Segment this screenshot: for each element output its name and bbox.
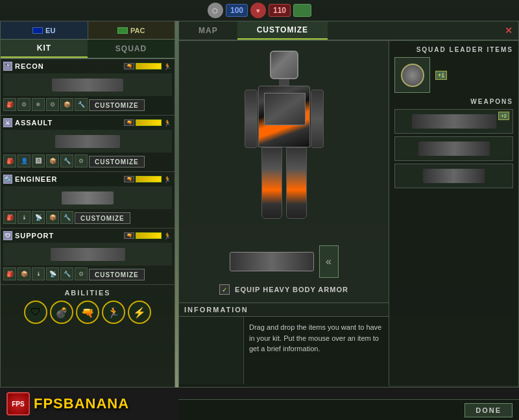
class-section-assault: ⚔ ASSAULT 🔫 🏃 🎒 👤 🅰 📦 🔧 ⚙ CUSTOMIZE (1, 116, 175, 172)
equip-label: EQUIP HEAVY BODY ARMOR (235, 286, 348, 293)
sci-2: 📦 (18, 267, 30, 280)
weapon-arrow-left[interactable]: « (319, 245, 339, 278)
aci-1: 🎒 (3, 154, 16, 167)
ci-3: ❄ (32, 98, 45, 111)
engineer-icons-row: 🎒 🌡 📡 📦 🔧 CUSTOMIZE (3, 211, 172, 224)
recon-icons-row: 🎒 ⚙ ❄ ⚙ 📦 🔧 CUSTOMIZE (3, 98, 172, 111)
support-ammo-icon: 🔫 (124, 232, 134, 239)
class-header-recon: 🔭 RECON 🔫 🏃 (3, 62, 172, 71)
weapon-slot-2-image (418, 142, 490, 156)
ammo-icon: 🔫 (124, 63, 134, 69)
sci-5: 🔧 (60, 267, 73, 280)
assault-ammo-icon: 🔫 (124, 119, 134, 126)
class-header-support: 🛡 SUPPORT 🔫 🏃 (3, 231, 172, 240)
left-panel: EU PAC KIT SQUAD 🔭 RECON 🔫 🏃 (0, 21, 175, 388)
soldier-arm-left (245, 90, 258, 148)
hud-leaf-icon (293, 4, 311, 17)
recon-icon: 🔭 (3, 62, 12, 71)
eci-3: 📡 (32, 211, 45, 224)
hud-value-ammo: 110 (269, 4, 291, 17)
support-weapon-shape (51, 248, 125, 261)
aci-4: 📦 (46, 154, 59, 167)
assault-bar-yellow (136, 119, 162, 126)
ability-icon-4[interactable]: 🏃 (102, 301, 125, 324)
run-icon: 🏃 (163, 62, 172, 71)
equip-checkbox[interactable]: ✓ (219, 284, 230, 295)
assault-icon: ⚔ (3, 118, 12, 127)
support-icon: 🛡 (3, 231, 12, 240)
class-section-recon: 🔭 RECON 🔫 🏃 🎒 ⚙ ❄ ⚙ 📦 🔧 CUSTOMIZE (1, 59, 175, 116)
info-text: Drag and drop the items you want to have… (244, 317, 389, 384)
faction-tab-eu[interactable]: EU (1, 21, 88, 39)
soldier-legs (235, 147, 333, 219)
class-name-recon: 🔭 RECON (3, 62, 44, 71)
class-name-assault: ⚔ ASSAULT (3, 118, 53, 127)
fps-logo: FPS FPSBANANA (6, 392, 129, 415)
top-hud: ⬡ 100 ♥ 110 (0, 0, 519, 21)
ability-icon-3[interactable]: 🔫 (76, 301, 99, 324)
class-header-assault: ⚔ ASSAULT 🔫 🏃 (3, 118, 172, 127)
engineer-bars: 🔫 🏃 (124, 175, 172, 184)
weapon-slot-1[interactable]: +2 (394, 109, 513, 134)
squad-leader-icon-box (394, 57, 430, 93)
tab-map[interactable]: MAP (179, 21, 237, 40)
engineer-customize-button[interactable]: CUSTOMIZE (75, 212, 130, 224)
pac-label: PAC (130, 27, 145, 34)
information-content: Drag and drop the items you want to have… (179, 317, 389, 384)
information-title: INFORMATION (179, 303, 389, 317)
pac-flag (117, 27, 128, 34)
assault-label: ASSAULT (15, 119, 53, 127)
hud-icon-1: ⬡ (208, 3, 223, 18)
weapon-slot-2[interactable] (394, 136, 513, 161)
ability-icon-1[interactable]: 🛡 (24, 301, 47, 324)
faction-tab-pac[interactable]: PAC (88, 21, 175, 39)
eci-2: 🌡 (18, 211, 30, 224)
abilities-section: ABILITIES 🛡 💣 🔫 🏃 ⚡ (1, 285, 175, 328)
soldier-display (219, 47, 349, 242)
right-sidebar: SQUAD LEADER ITEMS +1 WEAPONS +2 (389, 41, 518, 386)
done-area: DONE (178, 399, 519, 420)
ability-icon-5[interactable]: ⚡ (128, 301, 151, 324)
class-name-engineer: 🔩 ENGINEER (3, 175, 57, 184)
ci-5: 📦 (60, 98, 73, 111)
assault-run-icon: 🏃 (163, 118, 172, 127)
hud-value-health: 100 (226, 4, 248, 17)
ci-6: 🔧 (75, 98, 88, 111)
engineer-icon: 🔩 (3, 175, 12, 184)
support-footer: 🎒 📦 🌡 📡 🔧 ⚙ CUSTOMIZE (3, 267, 172, 282)
close-button[interactable]: ✕ (499, 21, 518, 40)
weapon-slot-3-image (423, 169, 485, 183)
equip-row: ✓ EQUIP HEAVY BODY ARMOR (219, 284, 348, 295)
sci-1: 🎒 (3, 267, 16, 280)
ability-icon-2[interactable]: 💣 (50, 301, 73, 324)
support-icons-row: 🎒 📦 🌡 📡 🔧 ⚙ CUSTOMIZE (3, 267, 172, 280)
squad-leader-title: SQUAD LEADER ITEMS (394, 46, 513, 53)
weapon-slot-1-badge: +2 (498, 112, 509, 120)
done-button[interactable]: DONE (465, 403, 513, 417)
faction-tabs: EU PAC (1, 21, 175, 40)
assault-customize-button[interactable]: CUSTOMIZE (89, 156, 145, 167)
tab-customize[interactable]: CUSTOMIZE (237, 21, 328, 40)
eci-1: 🎒 (3, 211, 16, 224)
support-run-icon: 🏃 (163, 231, 172, 240)
recon-customize-button[interactable]: CUSTOMIZE (89, 99, 145, 111)
soldier-neck (279, 79, 289, 86)
support-customize-button[interactable]: CUSTOMIZE (89, 269, 145, 280)
right-panel: MAP CUSTOMIZE ✕ (178, 21, 519, 388)
soldier-composite (235, 51, 333, 239)
information-section: INFORMATION Drag and drop the items you … (179, 303, 389, 387)
tab-kit[interactable]: KIT (1, 40, 88, 58)
engineer-run-icon: 🏃 (163, 175, 172, 184)
squad-leader-slot: +1 (394, 57, 513, 93)
sci-4: 📡 (46, 267, 59, 280)
weapons-title: WEAPONS (394, 98, 513, 105)
tab-squad[interactable]: SQUAD (88, 40, 175, 58)
eci-4: 📦 (46, 211, 59, 224)
aci-2: 👤 (18, 154, 30, 167)
weapon-slot-3[interactable] (394, 164, 513, 188)
sci-3: 🌡 (32, 267, 45, 280)
assault-bars: 🔫 🏃 (124, 118, 172, 127)
assault-weapon-shape (55, 135, 120, 148)
aci-6: ⚙ (75, 154, 88, 167)
engineer-weapon-preview (3, 186, 172, 209)
